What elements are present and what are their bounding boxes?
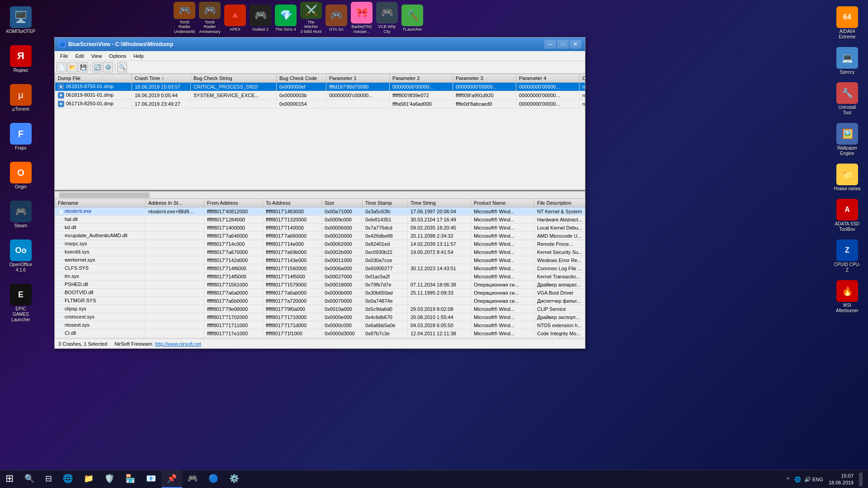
module-row-15[interactable]: 📄CI.dllfffff8017'717e1000fffff8017'71f10… <box>55 329 585 338</box>
module-row-9[interactable]: 📄PSHED.dllfffff8017'71561000fffff8017'71… <box>55 281 585 289</box>
right-icon-uninstall-tool[interactable]: 🔧 UninstallTool <box>831 80 863 117</box>
minimize-button[interactable]: — <box>544 40 556 49</box>
app-settings[interactable]: ⚙️ <box>224 470 245 488</box>
module-row-8[interactable]: 📄tm.sysfffff8017'714f5000fffff8017'714f5… <box>55 272 585 281</box>
col-crash-time[interactable]: Crash Time ↑ <box>132 74 191 83</box>
col-bug-check-string[interactable]: Bug Check String <box>191 74 277 83</box>
module-row-4[interactable]: 📄msrpc.sysfffff8017'714c000fffff8017'714… <box>55 240 585 248</box>
menu-edit[interactable]: Edit <box>72 52 88 60</box>
col-file-desc-lower[interactable]: File Description <box>534 199 585 207</box>
top-icon-outlast2[interactable]: 🎮 Outlast 2 <box>248 0 273 36</box>
module-row-7[interactable]: 📄CLFS.SYSfffff8017'714f6000fffff8017'715… <box>55 264 585 272</box>
hscroll-thumb[interactable] <box>59 192 150 198</box>
app-pin1[interactable]: 📌 <box>161 470 182 488</box>
right-icon-afterburner[interactable]: 🔥 MSIAfterburner <box>831 278 863 315</box>
edge-button[interactable]: 🌐 <box>57 470 78 488</box>
security-button[interactable]: 🛡️ <box>99 470 120 488</box>
mail-button[interactable]: 📧 <box>141 470 161 488</box>
col-param2[interactable]: Parameter 2 <box>390 74 453 83</box>
col-param3[interactable]: Parameter 3 <box>453 74 516 83</box>
clock[interactable]: 15:07 18.06.2019 <box>829 473 854 486</box>
toolbar-open-btn[interactable]: 📂 <box>67 62 77 72</box>
horizontal-scroll[interactable] <box>55 191 585 198</box>
col-from-addr[interactable]: From Address <box>204 199 263 207</box>
search-button[interactable]: 🔍 <box>19 470 40 488</box>
module-row-10[interactable]: 📄BOOTVID.dllfffff8017'7a6a0000fffff8017'… <box>55 289 585 297</box>
toolbar-save-btn[interactable]: 💾 <box>78 62 88 72</box>
left-icon-fraps[interactable]: F Fraps <box>5 121 37 153</box>
crash-row-2[interactable]: ■061719-8250-01.dmp17.06.2019 23:49:270x… <box>55 100 585 108</box>
top-icon-tomb-raider-anniversary[interactable]: 🎮 Tomb RaiderAnniversary <box>197 0 222 36</box>
toolbar-search-btn[interactable]: 🔍 <box>117 62 127 72</box>
module-row-12[interactable]: 📄clipsp.sysfffff8017'79e00000fffff8017'7… <box>55 305 585 313</box>
left-icon-openoffice[interactable]: Oo OpenOffice4.1.6 <box>5 238 37 275</box>
module-row-1[interactable]: 📄hal.dllfffff8017'1284000fffff8017'71320… <box>55 216 585 224</box>
module-row-6[interactable]: 📄werkernel.sysfffff8017'7142d000fffff801… <box>55 256 585 264</box>
tray-network[interactable]: 🌐 <box>794 476 802 483</box>
left-icon-epic-games[interactable]: E EPICGAMESLauncher <box>5 282 37 324</box>
module-row-5[interactable]: 📄ksecdd.sysfffff8017'7a670000fffff8017'7… <box>55 248 585 256</box>
lower-table-container[interactable]: Filename Address In St... From Address T… <box>55 198 585 338</box>
left-icon-origin[interactable]: O Origin <box>5 160 37 192</box>
top-icon-barbie[interactable]: 🎀 Barbie(TM)покоре... <box>349 0 374 36</box>
col-time-string[interactable]: Time String <box>408 199 471 207</box>
module-row-13[interactable]: 📄cmimcext.sysfffff8017'71702000fffff8017… <box>55 313 585 321</box>
show-desktop-button[interactable] <box>859 473 863 486</box>
task-view-button[interactable]: ⊟ <box>40 470 57 488</box>
top-icon-tomb-raider-underworld[interactable]: 🎮 Tomb RaiderUnderworld <box>172 0 197 36</box>
nirsoft-link[interactable]: http://www.nirsoft.net <box>155 341 201 347</box>
right-icon-cpuid[interactable]: Z CPUID CPU-Z <box>831 238 863 275</box>
module-row-0[interactable]: 📄ntoskrnl.exentoskrnl.exe+88d9...fffff80… <box>55 207 585 216</box>
right-icon-new-folder[interactable]: 📁 Новая папка <box>831 162 863 193</box>
left-icon-utorrent[interactable]: μ μTorrent <box>5 82 37 114</box>
left-icon-steam[interactable]: 🎮 Steam <box>5 199 37 230</box>
file-explorer-button[interactable]: 📁 <box>78 470 99 488</box>
module-row-2[interactable]: 📄kd.dllfffff8017'1400000fffff8017'714000… <box>55 224 585 232</box>
col-timestamp[interactable]: Time Stamp <box>363 199 408 207</box>
col-filename[interactable]: Filename <box>55 199 146 207</box>
right-icon-wallpaper-engine[interactable]: 🖼️ WallpaperEngine <box>831 121 863 158</box>
module-row-14[interactable]: 📄ntosext.sysfffff8017'71711000fffff8017'… <box>55 321 585 329</box>
tray-volume[interactable]: 🔊 <box>804 476 811 483</box>
left-icon-yandex[interactable]: Я Яндекс <box>5 43 37 75</box>
top-icon-vcb[interactable]: 🎮 VCB WhyCity <box>374 0 400 36</box>
top-icon-tlauncher[interactable]: ⛏️ TLauncher <box>400 0 425 36</box>
crash-row-1[interactable]: ■061819-8031-01.dmp18.06.2019 0:05:44SYS… <box>55 91 585 100</box>
top-icon-witcher3[interactable]: ⚔️ The Witcher3 Wild Hunt <box>298 0 324 36</box>
tray-lang[interactable]: ENG <box>814 476 821 483</box>
top-icon-sims4[interactable]: 💎 The Sims 4 <box>273 0 298 36</box>
close-button[interactable]: ✕ <box>570 40 581 49</box>
left-icon-computer[interactable]: 🖥️ КОМПЬЮТЕР <box>5 5 37 36</box>
right-icon-aida64[interactable]: 64 AIDA64Extreme <box>831 5 863 42</box>
upper-table-container[interactable]: Dump File Crash Time ↑ Bug Check String … <box>55 74 585 191</box>
start-button[interactable]: ⊞ <box>0 470 19 488</box>
col-addr-in-st[interactable]: Address In St... <box>146 199 204 207</box>
module-row-11[interactable]: 📄FLTMGR.SYSfffff8017'7a6b0000fffff8017'7… <box>55 297 585 305</box>
right-icon-speccy[interactable]: 💻 Speccy <box>831 45 863 77</box>
menu-file[interactable]: File <box>57 52 72 60</box>
store-button[interactable]: 🏪 <box>120 470 141 488</box>
toolbar-properties-btn[interactable]: ⚙️ <box>103 62 113 72</box>
menu-help[interactable]: Help <box>130 52 147 60</box>
col-product-name-lower[interactable]: Product Name <box>471 199 534 207</box>
window-titlebar[interactable]: 🔵 BlueScreenView - C:\Windows\Minidump —… <box>55 38 585 51</box>
top-icon-apex[interactable]: 🔺 APEX <box>222 0 248 36</box>
toolbar-new-btn[interactable]: 📄 <box>57 62 66 72</box>
crash-row-0[interactable]: ■061819-8750-01.dmp18.06.2019 15:03:57CR… <box>55 83 585 91</box>
top-icon-gta-sa[interactable]: 🎮 GTA SA <box>324 0 349 36</box>
col-caused-by-driver[interactable]: Caused By Driver <box>580 74 585 83</box>
menu-options[interactable]: Options <box>105 52 130 60</box>
right-icon-adata-ssd[interactable]: A ADATA SSDToolBox <box>831 197 863 234</box>
menu-view[interactable]: View <box>88 52 106 60</box>
col-size[interactable]: Size <box>322 199 363 207</box>
app-game[interactable]: 🎮 <box>182 470 203 488</box>
module-row-3[interactable]: 📄mcupdate_AuthenticAMD.dllfffff8017'7a64… <box>55 232 585 240</box>
col-param4[interactable]: Parameter 4 <box>516 74 580 83</box>
maximize-button[interactable]: □ <box>557 40 569 49</box>
col-to-addr[interactable]: To Address <box>263 199 322 207</box>
toolbar-refresh-btn[interactable]: 🔄 <box>92 62 102 72</box>
col-dump-file[interactable]: Dump File <box>55 74 132 83</box>
col-bug-check-code[interactable]: Bug Check Code <box>277 74 326 83</box>
col-param1[interactable]: Parameter 1 <box>326 74 390 83</box>
app-blue[interactable]: 🔵 <box>203 470 224 488</box>
